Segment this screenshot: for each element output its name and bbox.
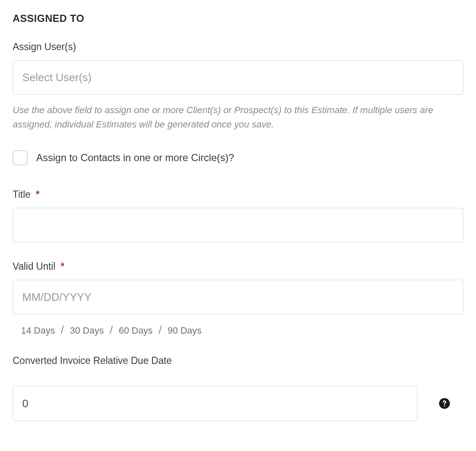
converted-due-input[interactable] [13, 386, 418, 421]
preset-14-days[interactable]: 14 Days [21, 325, 55, 336]
help-icon[interactable] [439, 398, 450, 409]
valid-until-field: Valid Until * 14 Days / 30 Days / 60 Day… [13, 261, 463, 337]
assign-users-help-text: Use the above field to assign one or mor… [13, 103, 463, 132]
assign-users-input[interactable] [13, 60, 463, 95]
assign-circles-label: Assign to Contacts in one or more Circle… [36, 152, 234, 164]
converted-due-field: Converted Invoice Relative Due Date [13, 355, 463, 421]
title-field: Title * [13, 189, 463, 242]
preset-separator: / [61, 324, 64, 336]
valid-until-input[interactable] [13, 280, 463, 314]
required-asterisk: * [36, 189, 40, 200]
preset-60-days[interactable]: 60 Days [119, 325, 153, 336]
assign-users-field: Assign User(s) Use the above field to as… [13, 41, 463, 132]
assign-circles-checkbox[interactable] [13, 150, 28, 165]
valid-until-presets: 14 Days / 30 Days / 60 Days / 90 Days [13, 324, 463, 337]
valid-until-label: Valid Until * [13, 261, 463, 272]
svg-point-1 [444, 406, 445, 407]
converted-due-row [13, 386, 463, 421]
preset-90-days[interactable]: 90 Days [168, 325, 202, 336]
preset-30-days[interactable]: 30 Days [70, 325, 104, 336]
converted-due-label: Converted Invoice Relative Due Date [13, 355, 463, 366]
title-input[interactable] [13, 208, 463, 242]
section-heading: ASSIGNED TO [13, 13, 463, 24]
assign-circles-row: Assign to Contacts in one or more Circle… [13, 150, 463, 165]
required-asterisk: * [61, 261, 64, 272]
title-label-text: Title [13, 189, 31, 200]
valid-until-label-text: Valid Until [13, 261, 56, 272]
title-label: Title * [13, 189, 463, 200]
preset-separator: / [159, 324, 161, 336]
preset-separator: / [110, 324, 113, 336]
assign-users-label: Assign User(s) [13, 41, 463, 53]
